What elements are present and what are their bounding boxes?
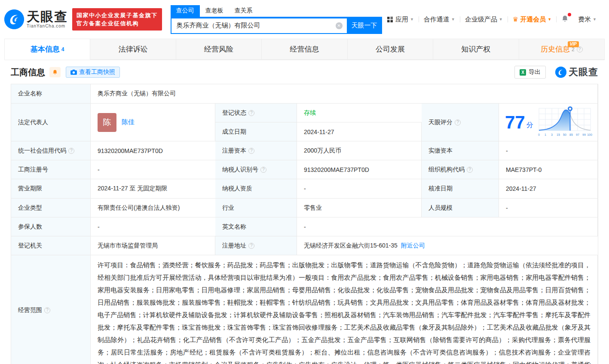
svg-text:97: 97 [576,133,579,136]
staff-size-value: - [499,199,598,217]
field-label: 注册资本? [215,141,297,160]
est-date-value: 2024-11-27 [297,122,422,141]
nav-enterprise[interactable]: 企业级产品▼ [460,15,508,24]
chevron-down-icon: ▼ [499,17,503,21]
apps-grid-icon [387,16,393,23]
field-label: 企业类型 [11,199,91,217]
help-icon[interactable]: ? [68,148,74,154]
reg-capital-value: 2000万人民币 [297,141,422,160]
field-label: 注册地址? [215,236,297,255]
chevron-down-icon: ▼ [451,17,455,21]
help-icon[interactable]: ? [260,167,266,173]
org-code-value: MAE737PT-0 [499,160,598,179]
field-label: 实缴资本 [422,141,499,160]
help-icon[interactable]: ? [455,119,461,125]
tianyancha-logo[interactable]: 天眼查 TianYanCha.com [4,9,68,29]
business-term-value: 2024-11-27 至 无固定期限 [91,179,215,199]
snapshot-button[interactable]: 查看工商快照 [66,67,120,78]
search-tab-relation[interactable]: 查关系 [229,5,258,17]
camera-icon [70,70,77,75]
legal-rep-cell: 陈 陈佳 [91,104,215,141]
search-button[interactable]: 天眼一下 [347,18,382,34]
field-label: 登记状态? [215,104,297,122]
top-header: 天眼查 TianYanCha.com 国家中小企业发展子基金旗下 官方备案企业征… [0,0,609,39]
business-info-table: 企业名称 奥乐齐商业（无锡）有限公司 法定代表人 陈 陈佳 登记状态? 存续 成… [11,84,598,364]
top-nav: 应用▼ 合作通道▼ 企业级产品▼ ♛ 开通会员▼ 费米▼ [382,15,601,24]
tab-operation[interactable]: 经营信息 [262,39,347,60]
tab-legal[interactable]: 法律诉讼 [90,39,176,60]
excel-icon: X [520,69,526,76]
logo-domain: TianYanCha.com [27,24,68,28]
field-label: 英文名称 [215,217,297,236]
english-name-value: - [297,217,598,236]
gov-certification-badge: 国家中小企业发展子基金旗下 官方备案企业征信机构 [72,8,162,31]
paid-capital-value: - [499,141,598,160]
tianyancha-logo-icon [555,67,566,78]
badge-line1: 国家中小企业发展子基金旗下 [77,11,158,19]
help-icon[interactable]: ? [248,243,254,249]
notification-dot [568,13,571,16]
industry-value: 零售业 [297,199,422,217]
field-label: 营业期限 [11,179,91,199]
field-label: 核准日期 [422,179,499,199]
search-area: 查公司 查老板 查关系 ✕ 天眼一下 [171,5,382,34]
chevron-down-icon: ▼ [410,17,414,21]
legal-rep-avatar[interactable]: 陈 [98,113,116,132]
search-clear-icon[interactable]: ✕ [336,22,343,29]
field-label: 统一社会信用代码? [11,141,91,160]
legal-rep-link[interactable]: 陈佳 [122,118,135,126]
monitor-bell-button[interactable] [49,67,61,77]
help-icon[interactable]: ? [248,148,254,154]
search-input[interactable] [171,22,347,29]
tianyancha-logo-icon [4,9,24,29]
svg-text:1: 1 [545,133,546,136]
tab-history[interactable]: VIP 历史信息2 ? [519,39,605,60]
score-value: 77 [505,113,525,132]
field-label: 组织机构代码? [422,160,499,179]
field-label: 经营范围? [11,255,91,364]
export-button[interactable]: X 导出 [514,66,546,79]
reg-status-value: 存续 [297,104,422,122]
search-tab-boss[interactable]: 查老板 [200,5,229,17]
svg-text:0: 0 [538,133,540,136]
score-marker-pin [568,107,572,110]
tab-basic-info[interactable]: 基本信息4 [4,39,90,60]
insured-count-value: - [91,217,215,236]
field-label: 企业名称 [11,84,91,104]
svg-text:50: 50 [563,133,566,136]
reg-address-value: 无锡经济开发区金融六街15-601-35 附近公司 [297,236,598,255]
nav-partner[interactable]: 合作通道▼ [419,15,460,24]
bell-icon [52,69,58,75]
notification-bell[interactable] [557,15,573,24]
reg-authority-value: 无锡市市场监督管理局 [91,236,215,255]
watermark-logo: 天眼查 [555,66,598,79]
help-icon[interactable]: ? [467,167,473,173]
score-cell: 77 分 [499,104,598,141]
nearby-companies-link[interactable]: 附近公司 [401,242,425,250]
approval-date-value: 2024-11-27 [499,179,598,199]
tab-ip[interactable]: 知识产权 [433,39,519,60]
svg-text:15: 15 [557,133,560,136]
tab-risk[interactable]: 经营风险 [176,39,262,60]
field-label: 纳税人资质 [215,179,297,199]
score-chart: 0 1 3 15 50 85 97 99 100 [538,106,593,139]
field-label: 工商注册号 [11,160,91,179]
field-label: 参保人数 [11,217,91,236]
section-title: 工商信息 [11,67,45,78]
taxpayer-id-value: 91320200MAE737PT0D [297,160,422,179]
company-name-value: 奥乐齐商业（无锡）有限公司 [91,84,598,104]
crown-icon: ♛ [513,15,518,23]
tab-development[interactable]: 公司发展 [348,39,433,60]
nav-user[interactable]: 费米▼ [573,15,601,24]
svg-text:99: 99 [582,133,586,136]
search-tab-company[interactable]: 查公司 [171,5,200,17]
business-scope-value: 许可项目：食品销售；酒类经营；餐饮服务；药品批发；药品零售；出版物批发；出版物零… [91,255,598,364]
svg-text:100: 100 [587,133,592,136]
nav-open-vip[interactable]: ♛ 开通会员▼ [508,15,556,24]
status-badge: 存续 [304,109,316,117]
help-icon[interactable]: ? [248,110,254,116]
nav-apps[interactable]: 应用▼ [382,15,419,24]
help-icon[interactable]: ? [44,307,50,313]
chevron-down-icon: ▼ [548,17,551,21]
field-label: 人员规模 [422,199,499,217]
